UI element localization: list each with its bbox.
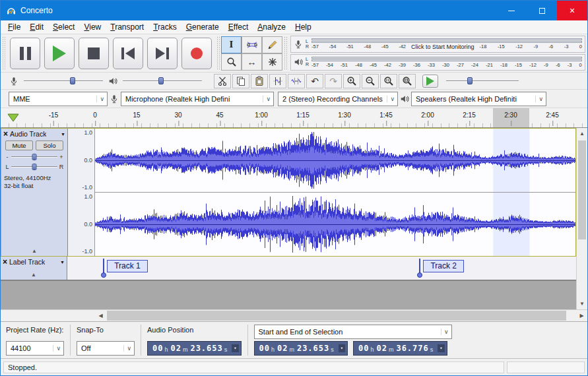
paste-button[interactable] — [251, 74, 268, 88]
empty-track-area[interactable] — [1, 280, 576, 309]
multi-tool-button[interactable] — [262, 53, 282, 71]
menu-item-select[interactable]: Select — [48, 21, 79, 33]
scroll-left-button[interactable]: ◀ — [95, 310, 106, 321]
toolbar-gripper[interactable] — [284, 36, 287, 70]
play-at-speed-toolbar — [422, 75, 524, 88]
menu-item-analyze[interactable]: Analyze — [253, 21, 290, 33]
audio-track-collapse-button[interactable]: ▲ — [1, 247, 67, 256]
pan-slider-thumb[interactable] — [32, 164, 37, 170]
label-text[interactable]: Track 1 — [107, 260, 148, 272]
recording-volume-thumb[interactable] — [70, 77, 75, 84]
skip-to-start-button[interactable] — [113, 38, 143, 69]
toolbar-gripper[interactable] — [216, 36, 220, 70]
undo-button[interactable]: ↶ — [306, 74, 323, 88]
chevron-down-icon[interactable]: ▾ — [232, 344, 238, 352]
close-button[interactable]: × — [557, 1, 587, 20]
scroll-right-button[interactable]: ▶ — [576, 310, 587, 321]
menu-item-help[interactable]: Help — [290, 21, 316, 33]
label-handle[interactable] — [101, 272, 106, 278]
selection-end-display[interactable]: 00h 02m 36.776s ▾ — [353, 341, 447, 356]
timeline-pin-icon[interactable] — [7, 113, 19, 122]
audio-track-close-button[interactable]: × — [3, 130, 8, 138]
mute-button[interactable]: Mute — [5, 141, 33, 150]
play-speed-slider[interactable] — [446, 77, 519, 86]
recording-volume-slider[interactable] — [24, 77, 103, 86]
chevron-down-icon[interactable]: ▾ — [339, 344, 345, 352]
monitor-hint-text[interactable]: Click to Start Monitoring — [406, 44, 480, 50]
mute-solo-row: Mute Solo — [1, 139, 67, 152]
horizontal-scroll-track[interactable] — [106, 310, 576, 321]
audio-track-menu-icon[interactable]: ▼ — [61, 132, 65, 137]
play-at-speed-button[interactable] — [422, 75, 438, 88]
horizontal-scroll-thumb[interactable] — [107, 311, 566, 321]
time-shift-tool-button[interactable]: ↔ — [242, 53, 262, 71]
scroll-down-button[interactable]: ▼ — [577, 298, 587, 309]
label-track-content[interactable]: Track 1Track 2 — [67, 257, 576, 280]
maximize-button[interactable] — [527, 1, 557, 20]
stop-button[interactable] — [79, 38, 109, 69]
label-track-close-button[interactable]: × — [3, 258, 7, 266]
fit-project-button[interactable] — [399, 74, 416, 88]
pan-slider[interactable] — [11, 163, 57, 171]
horizontal-scrollbar[interactable]: ◀ ▶ — [95, 310, 587, 321]
vertical-scrollbar[interactable]: ▲ ▼ — [576, 128, 587, 309]
audio-host-select[interactable]: MME∨ — [9, 92, 108, 106]
waveform-channel-right[interactable] — [95, 193, 575, 256]
menu-item-view[interactable]: View — [79, 21, 106, 33]
menu-item-effect[interactable]: Effect — [224, 21, 253, 33]
playback-meter[interactable]: LR -57-54-51-48-45-42-39-36-33-30-27-24-… — [290, 54, 585, 71]
snap-to-select[interactable]: Off∨ — [77, 341, 135, 356]
play-button[interactable] — [44, 38, 75, 69]
recording-device-select[interactable]: Microphone (Realtek High Defini∨ — [121, 92, 274, 106]
zoom-tool-button[interactable] — [221, 53, 242, 71]
draw-tool-button[interactable] — [262, 36, 282, 53]
copy-button[interactable] — [232, 74, 249, 88]
trim-audio-button[interactable] — [269, 74, 286, 88]
selection-mode-select[interactable]: Start and End of Selection∨ — [254, 325, 452, 339]
project-rate-select[interactable]: 44100∨ — [6, 341, 64, 356]
solo-button[interactable]: Solo — [36, 141, 63, 150]
silence-audio-button[interactable] — [288, 74, 305, 88]
audio-track-header: × Audio Track ▼ — [1, 129, 67, 139]
audio-position-display[interactable]: 00h 02m 23.653s ▾ — [147, 341, 242, 356]
menu-item-file[interactable]: File — [3, 21, 25, 33]
play-speed-thumb[interactable] — [467, 77, 473, 84]
recording-meter[interactable]: LR -57-54-51-48-45-42 Click to Start Mon… — [290, 36, 585, 53]
playback-device-select[interactable]: Speakers (Realtek High Definiti∨ — [411, 92, 546, 106]
vertical-scroll-thumb[interactable] — [578, 141, 586, 239]
scroll-up-button[interactable]: ▲ — [577, 128, 587, 139]
redo-button[interactable]: ↷ — [325, 74, 342, 88]
record-button[interactable] — [181, 38, 212, 69]
playback-volume-slider[interactable] — [123, 77, 202, 86]
chevron-down-icon[interactable]: ▾ — [438, 344, 444, 352]
label-track-title[interactable]: Label Track — [9, 258, 45, 266]
fit-selection-button[interactable] — [380, 74, 397, 88]
gain-slider[interactable] — [11, 153, 57, 161]
zoom-in-button[interactable] — [343, 74, 360, 88]
timeline-ruler[interactable]: -1501530451:001:151:301:452:002:152:302:… — [1, 108, 587, 128]
cut-button[interactable] — [214, 74, 231, 88]
gain-slider-thumb[interactable] — [32, 154, 37, 160]
menu-item-edit[interactable]: Edit — [25, 21, 48, 33]
selection-tool-button[interactable]: I — [221, 36, 242, 53]
minimize-button[interactable] — [496, 1, 527, 20]
vertical-scroll-track[interactable] — [577, 139, 587, 298]
zoom-out-button[interactable] — [362, 74, 379, 88]
waveform-channel-left[interactable] — [95, 129, 575, 192]
menu-item-transport[interactable]: Transport — [106, 21, 148, 33]
menu-item-tracks[interactable]: Tracks — [148, 21, 181, 33]
vertical-scale-ruler[interactable]: 1.0 0.0 -1.0 1.0 0.0 -1.0 — [68, 129, 95, 256]
selection-start-display[interactable]: 00h 02m 23.653s ▾ — [254, 341, 348, 356]
label-track-collapse-button[interactable]: ▲ — [1, 270, 67, 280]
audio-track-title[interactable]: Audio Track — [10, 130, 46, 138]
menu-item-generate[interactable]: Generate — [181, 21, 224, 33]
label-track-menu-icon[interactable]: ▼ — [60, 260, 65, 265]
toolbar-gripper[interactable] — [2, 36, 5, 70]
label-text[interactable]: Track 2 — [423, 260, 464, 272]
envelope-tool-button[interactable] — [242, 36, 262, 53]
skip-to-end-button[interactable] — [147, 38, 178, 69]
recording-channels-select[interactable]: 2 (Stereo) Recording Channels∨ — [278, 92, 398, 106]
playback-volume-thumb[interactable] — [158, 77, 164, 84]
label-handle[interactable] — [417, 272, 422, 278]
pause-button[interactable] — [10, 38, 40, 69]
